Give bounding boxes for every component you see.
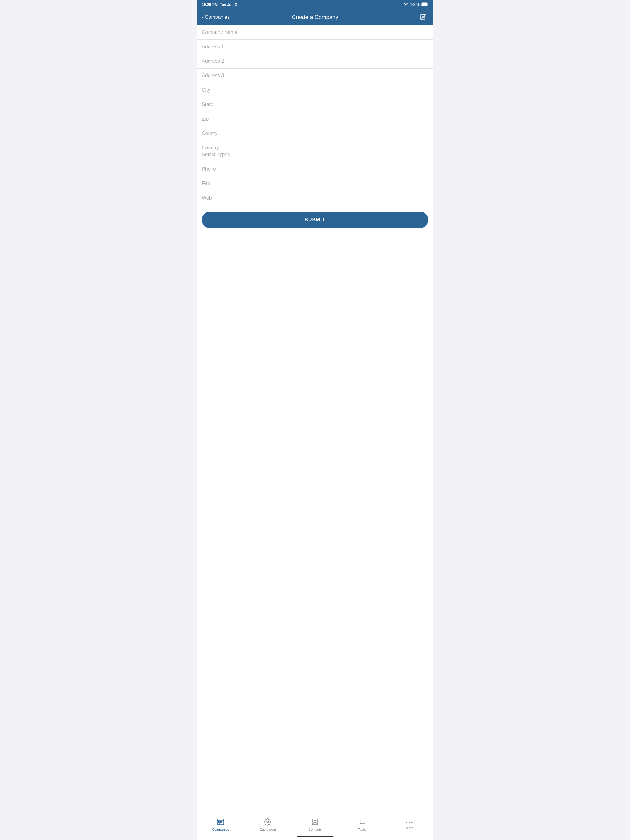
more-icon: •••	[406, 820, 413, 825]
wifi-icon	[403, 2, 408, 7]
companies-icon	[217, 818, 224, 827]
state-input[interactable]	[202, 102, 428, 107]
svg-rect-12	[222, 821, 222, 822]
back-label: Companies	[205, 14, 230, 20]
country-select-placeholder: Select Types	[202, 152, 230, 157]
svg-rect-13	[218, 823, 219, 823]
form-spacer	[197, 234, 433, 265]
svg-point-18	[314, 820, 316, 822]
svg-rect-2	[422, 3, 427, 6]
submit-section: SUBMIT	[197, 205, 433, 234]
save-button[interactable]	[418, 12, 428, 22]
svg-rect-15	[222, 823, 222, 823]
company-name-field	[197, 25, 433, 39]
submit-button[interactable]: SUBMIT	[202, 212, 428, 228]
tab-contacts-label: Contacts	[308, 828, 321, 831]
address2-field	[197, 54, 433, 69]
status-indicators: 100%	[403, 2, 428, 7]
tasks-icon	[359, 818, 366, 827]
svg-rect-11	[220, 821, 220, 822]
address3-field	[197, 69, 433, 83]
phone-input[interactable]	[202, 166, 428, 172]
back-chevron-icon: ‹	[202, 14, 204, 21]
svg-point-0	[405, 5, 406, 6]
city-input[interactable]	[202, 87, 428, 93]
zip-field	[197, 112, 433, 126]
nav-bar: ‹ Companies Create a Company	[197, 9, 433, 25]
county-field	[197, 126, 433, 141]
address2-input[interactable]	[202, 58, 428, 64]
form-container: Country Select Types SUBMIT	[197, 25, 433, 814]
tab-tasks-label: Tasks	[358, 828, 367, 831]
tab-bar: Companies Equipment Contacts	[197, 814, 433, 834]
svg-rect-6	[422, 17, 425, 20]
equipment-icon	[264, 818, 271, 827]
tab-companies-label: Companies	[212, 828, 229, 831]
svg-rect-3	[427, 4, 428, 5]
tab-tasks[interactable]: Tasks	[339, 817, 386, 833]
page-title: Create a Company	[291, 14, 338, 21]
svg-point-16	[267, 821, 269, 823]
city-field	[197, 83, 433, 98]
phone-field	[197, 162, 433, 177]
address1-field	[197, 39, 433, 54]
state-field	[197, 98, 433, 112]
status-bar: 10:26 PM Tue Jun 2 100%	[197, 0, 433, 9]
battery-percentage: 100%	[410, 2, 419, 7]
tab-equipment-label: Equipment	[260, 828, 276, 831]
svg-rect-10	[218, 821, 219, 822]
tab-contacts[interactable]: Contacts	[291, 817, 339, 833]
back-button[interactable]: ‹ Companies	[202, 14, 230, 21]
contacts-icon	[311, 818, 319, 827]
svg-rect-4	[421, 14, 426, 20]
address1-input[interactable]	[202, 44, 428, 49]
web-field	[197, 191, 433, 205]
svg-rect-14	[220, 823, 220, 823]
tab-companies[interactable]: Companies	[197, 817, 244, 833]
company-name-input[interactable]	[202, 30, 428, 35]
tab-equipment[interactable]: Equipment	[244, 817, 291, 833]
tab-more[interactable]: ••• More	[386, 818, 433, 831]
fax-input[interactable]	[202, 181, 428, 186]
battery-icon	[421, 2, 428, 7]
home-bar	[296, 836, 334, 837]
web-input[interactable]	[202, 195, 428, 201]
tab-more-label: More	[406, 826, 413, 830]
status-time: 10:26 PM Tue Jun 2	[202, 2, 237, 7]
svg-rect-5	[422, 14, 424, 16]
county-input[interactable]	[202, 131, 428, 136]
country-field[interactable]: Country Select Types	[197, 141, 433, 162]
zip-input[interactable]	[202, 116, 428, 122]
home-indicator	[197, 834, 433, 840]
fax-field	[197, 177, 433, 191]
address3-input[interactable]	[202, 73, 428, 78]
country-label: Country	[202, 145, 428, 151]
